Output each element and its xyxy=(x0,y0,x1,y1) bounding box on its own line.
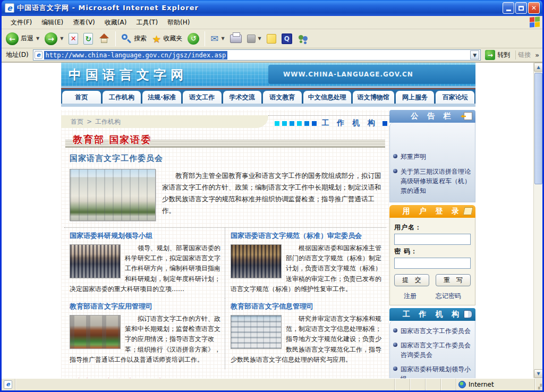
forward-button[interactable]: → ▼ xyxy=(42,31,65,46)
marker-square xyxy=(382,121,387,126)
nav-tab-forum[interactable]: 百家论坛 xyxy=(436,91,474,104)
maximize-icon xyxy=(518,6,524,11)
history-button[interactable]: ↺ xyxy=(185,32,201,46)
discuss-button[interactable] xyxy=(265,33,278,45)
menu-view[interactable]: 查看(V) xyxy=(68,16,100,29)
menu-tools[interactable]: 工具(T) xyxy=(131,16,163,29)
favorites-button[interactable]: ★ 收藏夹 xyxy=(150,32,184,46)
go-label: 转到 xyxy=(497,50,510,59)
submit-button[interactable]: 提 交 xyxy=(394,274,429,286)
orgs-panel: 工 作 机 构 国家语言文字工作委员会 国家语言文字工作委员会咨询委员会 xyxy=(389,308,475,378)
nav-tab-museum[interactable]: 语文博物馆 xyxy=(353,91,394,104)
nav-tab-info-processing[interactable]: 中文信息处理 xyxy=(303,91,351,104)
messenger-icon: Q xyxy=(282,33,292,44)
marker-square xyxy=(304,121,309,126)
address-label: 地址(D) xyxy=(4,50,31,59)
breadcrumb-home[interactable]: 首页 xyxy=(71,117,83,126)
announcement-item[interactable]: 关于第三期汉语拼音理论高级研修班返程车（机）票的通知 xyxy=(393,167,472,195)
contacts-button[interactable] xyxy=(295,33,311,45)
status-main-pane xyxy=(15,379,395,390)
edit-button[interactable]: ▼ xyxy=(245,33,264,44)
edit-icon xyxy=(247,35,256,43)
org-item[interactable]: 国家语委科研规划领导小组 xyxy=(393,364,472,378)
scrollbar-thumb[interactable] xyxy=(534,73,542,184)
marker-square xyxy=(290,121,294,126)
org-link[interactable]: 国家语言文字工作委员会咨询委员会 xyxy=(401,340,472,360)
status-bar: e Internet ▞ xyxy=(2,378,542,390)
scroll-down-button[interactable]: ▼ xyxy=(534,369,542,378)
menu-help[interactable]: 帮助(H) xyxy=(163,16,194,29)
org-link[interactable]: 国家语委科研规划领导小组 xyxy=(401,364,472,378)
resize-grip[interactable]: ▞ xyxy=(535,379,542,390)
nav-tab-orgs[interactable]: 工作机构 xyxy=(103,91,141,104)
refresh-button[interactable]: ↻ xyxy=(81,32,95,46)
search-button[interactable]: 搜索 xyxy=(119,32,149,45)
password-input[interactable] xyxy=(394,258,471,269)
links-chevron-icon[interactable]: » xyxy=(535,52,540,59)
forward-dropdown-icon[interactable]: ▼ xyxy=(60,36,63,41)
org-item[interactable]: 国家语言文字工作委员会咨询委员会 xyxy=(393,340,472,360)
department-grid: 国家语委科研规划领导小组 领导、规划、部署国家语委的科学研究工作，拟定国家语言文… xyxy=(64,227,386,369)
menu-file[interactable]: 文件(F) xyxy=(6,16,37,29)
announcement-link[interactable]: 关于第三期汉语拼音理论高级研修班返程车（机）票的通知 xyxy=(401,167,472,195)
webpage: 中国语言文字网 WWW.CHINA-LANGUAGE.GOV.CN 首页 工作机… xyxy=(61,63,475,378)
marker-square xyxy=(275,121,279,126)
reset-button[interactable]: 重 写 xyxy=(436,274,471,286)
mail-dropdown-icon[interactable]: ▼ xyxy=(221,36,224,41)
org-link[interactable]: 国家语言文字工作委员会 xyxy=(401,326,471,336)
dept-title: 国家语委语言文字规范（标准）审定委员会 xyxy=(231,231,382,243)
sidebar: 公 告 栏 郑重声明 关于第三期汉语拼音理论高级研修班返程车（机）票的通知 xyxy=(389,110,475,378)
status-pane xyxy=(410,379,426,390)
status-zone-text: Internet xyxy=(469,381,494,388)
print-button[interactable] xyxy=(228,33,244,44)
address-dropdown-icon[interactable]: ▼ xyxy=(470,50,479,59)
address-input[interactable]: e http://www.china-language.gov.cn/jgsz/… xyxy=(33,49,481,61)
back-dropdown-icon[interactable]: ▼ xyxy=(36,36,39,41)
ie-logo-icon: e xyxy=(5,3,14,13)
dept-standards-committee: 国家语委语言文字规范（标准）审定委员会 根据国家语委和国家标准主管部门的语言文字… xyxy=(225,228,386,299)
close-button[interactable]: ✕ xyxy=(528,2,540,14)
vertical-scrollbar[interactable]: ▲ ▼ xyxy=(533,63,542,378)
browser-window: e 中国语言文字网 - Microsoft Internet Explorer … xyxy=(0,0,544,392)
committee-building-photo xyxy=(70,169,156,221)
people-icon xyxy=(298,34,309,44)
minimize-button[interactable] xyxy=(503,2,514,14)
mail-button[interactable]: ✉▼ xyxy=(208,32,226,45)
home-button[interactable] xyxy=(96,32,112,45)
browser-viewport: 中国语言文字网 WWW.CHINA-LANGUAGE.GOV.CN 首页 工作机… xyxy=(2,63,542,378)
stop-button[interactable]: ✕ xyxy=(66,32,80,46)
login-key-icon xyxy=(463,207,473,215)
site-banner: 中国语言文字网 WWW.CHINA-LANGUAGE.GOV.CN xyxy=(61,63,475,86)
menu-edit[interactable]: 编辑(E) xyxy=(37,16,68,29)
dept-title: 教育部语言文字应用管理司 xyxy=(70,302,220,314)
forgot-password-link[interactable]: 忘记密码 xyxy=(436,292,461,301)
back-icon: ← xyxy=(6,32,19,45)
username-input[interactable] xyxy=(394,234,471,245)
marker-square xyxy=(297,121,302,126)
go-button[interactable]: → 转到 xyxy=(483,50,512,60)
messenger-button[interactable]: Q xyxy=(279,32,294,45)
edit-dropdown-icon[interactable]: ▼ xyxy=(258,36,261,41)
links-label[interactable]: 链接 xyxy=(515,50,533,59)
org-item[interactable]: 国家语言文字工作委员会 xyxy=(393,326,472,336)
back-button[interactable]: ← 后退 ▼ xyxy=(4,31,41,46)
nav-tab-online-service[interactable]: 网上服务 xyxy=(396,91,435,104)
announcement-link[interactable]: 郑重声明 xyxy=(401,152,426,161)
nav-tab-home[interactable]: 首页 xyxy=(62,91,101,104)
go-arrow-icon: → xyxy=(485,50,495,60)
scroll-up-button[interactable]: ▲ xyxy=(534,63,542,72)
nav-tab-academic[interactable]: 学术交流 xyxy=(223,91,262,104)
bullet-icon xyxy=(393,343,397,347)
marker-square xyxy=(312,121,317,126)
dept-info-admin: 教育部语言文字信息管理司 研究并审定语言文字标准和规范，制定语言文字信息处理标准… xyxy=(225,299,386,369)
menu-favorites[interactable]: 收藏(A) xyxy=(100,16,132,29)
nav-tab-language-work[interactable]: 语文工作 xyxy=(183,91,222,104)
username-label: 用户名： xyxy=(394,223,471,232)
address-url-text[interactable]: http://www.china-language.gov.cn/jgsz/in… xyxy=(44,51,228,59)
heading-ministry: 教育部 国家语委 xyxy=(65,133,385,149)
nav-tab-regulations[interactable]: 法规·标准 xyxy=(142,91,181,104)
announcement-item[interactable]: 郑重声明 xyxy=(393,152,472,161)
maximize-button[interactable] xyxy=(515,2,527,14)
register-link[interactable]: 注册 xyxy=(404,292,416,301)
nav-tab-education[interactable]: 语文教育 xyxy=(263,91,302,104)
